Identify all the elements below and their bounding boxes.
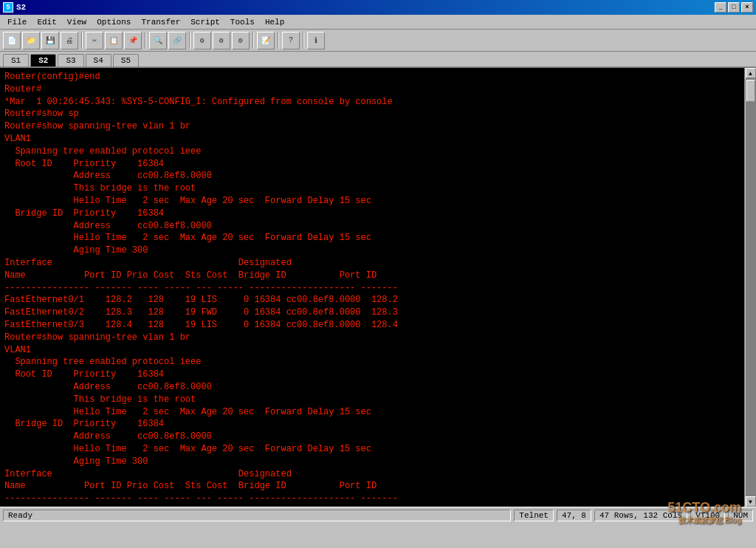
terminal-container: Router(config)#endRouter#*Mar 1 00:26:45… — [0, 68, 756, 507]
toolbar-paste[interactable]: 📌 — [124, 32, 142, 49]
toolbar-settings1[interactable]: ⚙ — [193, 32, 211, 49]
terminal-line: Name Port ID Prio Cost Sts Cost Bridge I… — [4, 270, 740, 282]
tab-s4[interactable]: S4 — [86, 54, 111, 66]
terminal-line: This bridge is the root — [4, 182, 740, 195]
terminal-line: Hello Time 2 sec Max Age 20 sec Forward … — [4, 232, 740, 244]
scroll-down-button[interactable]: ▼ — [746, 496, 756, 507]
terminal-line: FastEthernet0/1 128.2 128 19 LIS 0 16384… — [4, 294, 740, 306]
window-title: S2 — [16, 3, 26, 12]
toolbar-settings2[interactable]: ⚙ — [213, 32, 230, 49]
terminal-line: ---------------- ------- ---- ----- --- … — [4, 282, 740, 295]
tab-s3[interactable]: S3 — [58, 54, 83, 66]
status-mode: VT100 — [690, 510, 725, 521]
status-position: 47, 8 — [557, 510, 591, 521]
toolbar-new[interactable]: 📄 — [3, 32, 21, 49]
terminal-line: Bridge ID Priority 16384 — [4, 418, 740, 431]
terminal-line: Address cc00.8ef8.0000 — [4, 220, 740, 233]
terminal-line: Bridge ID Priority 16384 — [4, 208, 740, 220]
terminal-line: VLAN1 — [4, 133, 740, 145]
terminal-line: Router(config)#end — [4, 71, 740, 83]
toolbar-save[interactable]: 💾 — [41, 32, 59, 49]
terminal-line: Aging Time 300 — [4, 244, 740, 257]
terminal-line: Address cc00.8ef8.0000 — [4, 170, 740, 182]
terminal-line: Root ID Priority 16384 — [4, 158, 740, 171]
toolbar-copy[interactable]: 📋 — [105, 32, 123, 49]
tab-bar: S1 S2 S3 S4 S5 — [0, 52, 756, 68]
maximize-button[interactable]: □ — [728, 2, 740, 13]
scroll-up-button[interactable]: ▲ — [746, 68, 756, 78]
scroll-thumb[interactable] — [746, 80, 755, 102]
terminal-line: Router# — [4, 83, 740, 96]
menu-options[interactable]: Options — [92, 16, 135, 28]
status-connection: Telnet — [514, 510, 554, 521]
menu-help[interactable]: Help — [261, 16, 289, 28]
menu-edit[interactable]: Edit — [32, 16, 61, 28]
terminal-line: Hello Time 2 sec Max Age 20 sec Forward … — [4, 406, 740, 419]
menu-script[interactable]: Script — [186, 16, 224, 28]
toolbar-separator-3 — [189, 32, 190, 49]
terminal-line: ---------------- ------- ---- ----- --- … — [4, 493, 740, 505]
terminal-line: Hello Time 2 sec Max Age 20 sec Forward … — [4, 443, 740, 456]
toolbar-cut[interactable]: ✂ — [86, 32, 103, 49]
title-bar: S S2 _ □ × — [0, 0, 756, 15]
tab-s1[interactable]: S1 — [3, 54, 29, 66]
status-dimensions: 47 Rows, 132 Cols — [594, 510, 687, 521]
terminal-line: Spanning tree enabled protocol ieee — [4, 145, 740, 158]
menu-tools[interactable]: Tools — [226, 16, 259, 28]
menu-bar: File Edit View Options Transfer Script T… — [0, 15, 756, 30]
toolbar-settings3[interactable]: ⚙ — [232, 32, 250, 49]
toolbar-connect[interactable]: 🔗 — [168, 32, 186, 49]
toolbar-find[interactable]: 🔍 — [149, 32, 167, 49]
terminal-line: Aging Time 300 — [4, 456, 740, 468]
tab-s5[interactable]: S5 — [113, 54, 139, 66]
toolbar-separator-1 — [81, 32, 83, 49]
status-bar: Ready Telnet 47, 8 47 Rows, 132 Cols VT1… — [0, 507, 756, 523]
toolbar-help[interactable]: ? — [282, 32, 300, 49]
app-icon: S — [3, 2, 13, 13]
toolbar-separator-2 — [145, 32, 146, 49]
terminal-line: Router#show spanning-tree vlan 1 br — [4, 332, 740, 344]
tab-s2[interactable]: S2 — [30, 54, 56, 66]
terminal-line: Name Port ID Prio Cost Sts Cost Bridge I… — [4, 480, 740, 493]
menu-transfer[interactable]: Transfer — [137, 16, 185, 28]
terminal-line: FastEthernet0/3 128.4 128 19 LIS 0 16384… — [4, 319, 740, 332]
toolbar-about[interactable]: ℹ — [307, 32, 325, 49]
status-num: NUM — [728, 510, 753, 521]
terminal-line: Router#show sp — [4, 108, 740, 120]
terminal-line: Interface Designated — [4, 257, 740, 270]
toolbar-separator-5 — [278, 32, 279, 49]
close-button[interactable]: × — [741, 2, 753, 13]
menu-file[interactable]: File — [3, 16, 31, 28]
terminal-line: Root ID Priority 16384 — [4, 369, 740, 381]
scroll-track[interactable] — [746, 78, 756, 496]
toolbar: 📄 📁 💾 🖨 ✂ 📋 📌 🔍 🔗 ⚙ ⚙ ⚙ 📝 ? ℹ — [0, 30, 756, 52]
terminal-line: FastEthernet0/1 128.2 128 19 FWD 0 16384… — [4, 505, 740, 507]
scrollbar[interactable]: ▲ ▼ — [744, 68, 756, 507]
toolbar-separator-6 — [303, 32, 304, 49]
terminal-line: Spanning tree enabled protocol ieee — [4, 356, 740, 369]
terminal-line: Interface Designated — [4, 468, 740, 481]
window-controls: _ □ × — [715, 2, 753, 13]
minimize-button[interactable]: _ — [715, 2, 726, 13]
status-ready: Ready — [3, 510, 511, 521]
terminal-line: Router#show spanning-tree vlan 1 br — [4, 120, 740, 133]
toolbar-separator-4 — [252, 32, 254, 49]
terminal-output[interactable]: Router(config)#endRouter#*Mar 1 00:26:45… — [0, 68, 744, 507]
terminal-line: FastEthernet0/2 128.3 128 19 FWD 0 16384… — [4, 306, 740, 319]
terminal-line: Hello Time 2 sec Max Age 20 sec Forward … — [4, 195, 740, 208]
toolbar-print[interactable]: 🖨 — [61, 32, 78, 49]
menu-view[interactable]: View — [63, 16, 91, 28]
terminal-line: Address cc00.8ef8.0000 — [4, 381, 740, 394]
terminal-line: This bridge is the root — [4, 394, 740, 406]
terminal-line: Address cc00.8ef8.0000 — [4, 431, 740, 443]
terminal-line: *Mar 1 00:26:45.343: %SYS-5-CONFIG_I: Co… — [4, 96, 740, 109]
toolbar-open[interactable]: 📁 — [22, 32, 40, 49]
terminal-line: VLAN1 — [4, 344, 740, 357]
toolbar-log[interactable]: 📝 — [257, 32, 275, 49]
